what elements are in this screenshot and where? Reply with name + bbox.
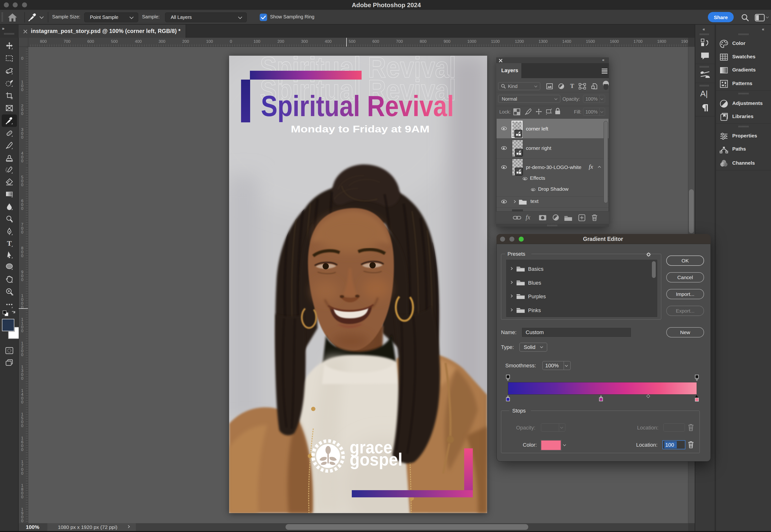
svg-text:Monday to Friday at 9AM: Monday to Friday at 9AM bbox=[291, 124, 430, 134]
svg-text:gospel: gospel bbox=[349, 450, 403, 469]
svg-text:Spiritual Revival: Spiritual Revival bbox=[261, 90, 454, 122]
svg-text:T: T bbox=[7, 239, 12, 247]
